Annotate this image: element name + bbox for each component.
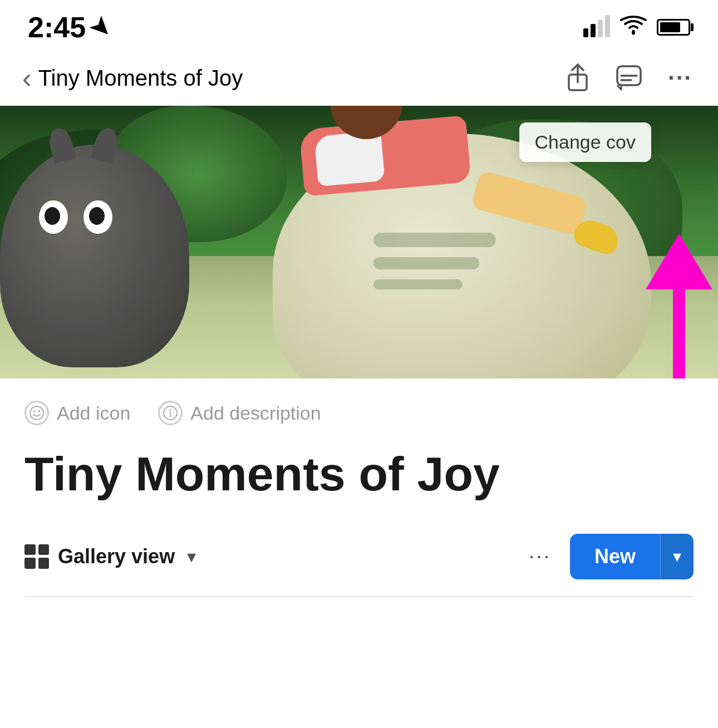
svg-point-0 (632, 31, 635, 35)
add-icon-button[interactable]: Add icon (24, 401, 130, 425)
meta-actions: Add icon Add description (24, 401, 694, 425)
status-icons (583, 14, 690, 41)
new-button-container: New ▾ (570, 534, 694, 579)
nav-title: Tiny Moments of Joy (38, 66, 562, 91)
more-dots-icon: ··· (529, 544, 552, 568)
info-icon (158, 401, 183, 425)
back-button[interactable]: ‹ (22, 62, 32, 94)
share-button[interactable] (562, 62, 593, 94)
status-bar: 2:45 ➤ (0, 0, 718, 50)
new-chevron-icon: ▾ (673, 547, 681, 565)
emoji-icon (24, 401, 49, 425)
nav-actions: ··· (562, 62, 696, 94)
back-chevron-icon: ‹ (22, 62, 32, 94)
clock-time: 2:45 (28, 11, 86, 44)
svg-point-7 (38, 410, 40, 412)
battery-icon (657, 19, 690, 36)
add-description-button[interactable]: Add description (158, 401, 321, 425)
more-options-button[interactable]: ··· (665, 62, 696, 94)
cover-image[interactable]: Change cov (0, 106, 718, 378)
change-cover-tooltip: Change cov (519, 122, 651, 162)
new-button-dropdown[interactable]: ▾ (660, 534, 694, 579)
comment-button[interactable] (613, 62, 645, 94)
wifi-icon (620, 14, 647, 41)
cover-scene: Change cov (0, 106, 718, 378)
toolbar-right: ··· New ▾ (523, 534, 694, 579)
add-description-label: Add description (190, 402, 321, 424)
new-button[interactable]: New (570, 534, 660, 579)
divider (24, 596, 694, 597)
nav-bar: ‹ Tiny Moments of Joy ··· (0, 50, 718, 106)
chevron-down-icon: ▾ (187, 546, 196, 567)
svg-point-9 (170, 409, 172, 411)
page-title: Tiny Moments of Joy (24, 447, 694, 500)
page-content: Add icon Add description Tiny Moments of… (0, 378, 718, 597)
view-selector[interactable]: Gallery view ▾ (24, 544, 196, 569)
time-display: 2:45 ➤ (28, 11, 111, 44)
svg-point-6 (33, 410, 36, 412)
gallery-view-icon (24, 544, 49, 569)
toolbar-more-button[interactable]: ··· (523, 540, 557, 573)
svg-point-5 (30, 406, 43, 420)
signal-strength-icon (583, 17, 610, 37)
location-arrow-icon: ➤ (85, 11, 117, 43)
toolbar-row: Gallery view ▾ ··· New ▾ (24, 534, 694, 579)
view-label: Gallery view (58, 545, 175, 568)
add-icon-label: Add icon (57, 402, 130, 424)
